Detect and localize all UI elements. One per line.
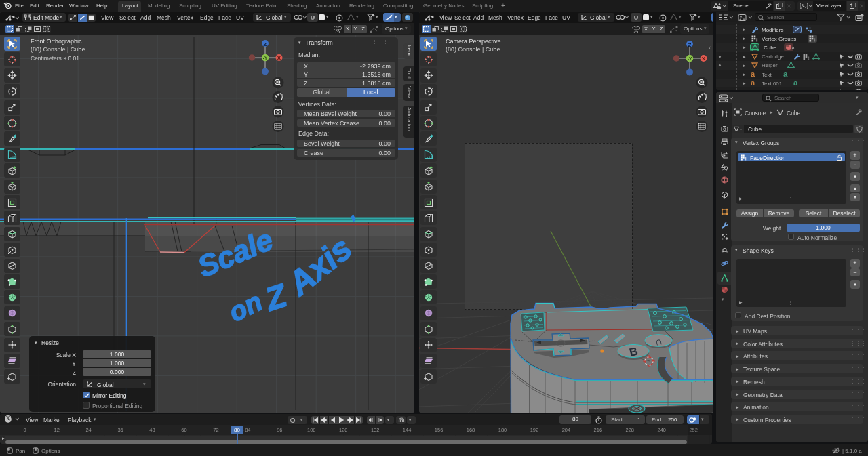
svg-text:-Y: -Y — [263, 56, 268, 60]
svg-text:X: X — [702, 56, 706, 62]
svg-text:Z: Z — [264, 41, 267, 47]
svg-text:‹: ‹ — [709, 44, 711, 51]
svg-text:Z: Z — [688, 42, 692, 48]
svg-text:-Y: -Y — [688, 56, 692, 61]
svg-text:X: X — [277, 55, 281, 61]
